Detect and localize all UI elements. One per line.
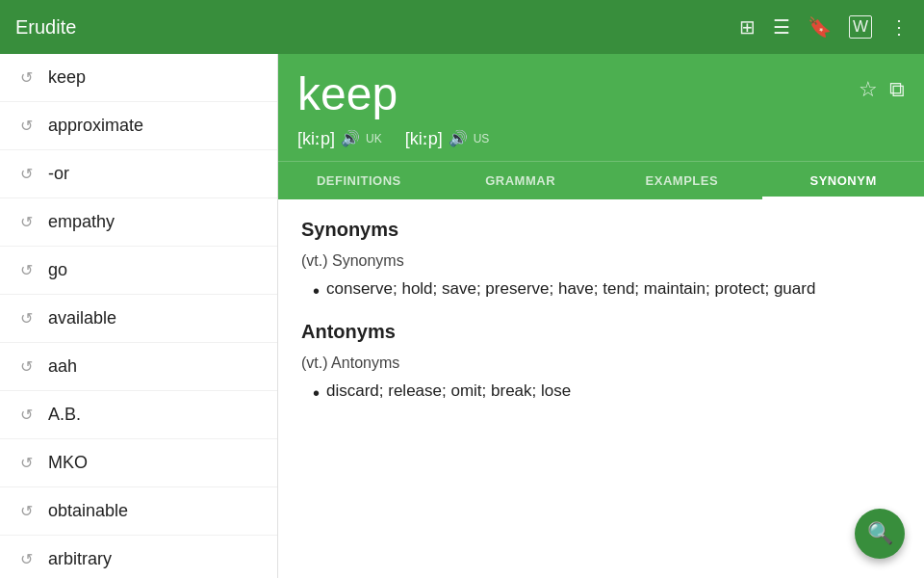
sidebar-item-empathy[interactable]: ↺ empathy — [0, 198, 277, 247]
search-fab[interactable]: 🔍 — [855, 509, 905, 559]
sidebar-label: -or — [48, 164, 69, 184]
phonetic-us: [kiːp] — [405, 128, 443, 149]
more-icon[interactable]: ⋮ — [889, 15, 909, 39]
history-icon: ↺ — [15, 502, 37, 520]
speaker-us-icon[interactable]: 🔊 — [449, 129, 468, 147]
locale-us: US — [474, 132, 490, 145]
book-icon[interactable]: ☰ — [773, 15, 790, 39]
main-layout: ↺ keep ↺ approximate ↺ -or ↺ empathy ↺ g… — [0, 54, 924, 578]
tab-examples[interactable]: EXAMPLES — [602, 162, 763, 199]
history-icon: ↺ — [15, 165, 37, 183]
history-icon: ↺ — [15, 550, 37, 568]
sidebar-item-available[interactable]: ↺ available — [0, 295, 277, 343]
history-icon: ↺ — [15, 357, 37, 376]
history-icon: ↺ — [15, 68, 37, 87]
flashcard-icon[interactable]: ⊞ — [739, 15, 756, 39]
word-title: keep — [297, 69, 398, 120]
sidebar-label: MKO — [48, 453, 88, 473]
sidebar-label: available — [48, 308, 116, 328]
sidebar-label: go — [48, 260, 67, 280]
word-header-actions: ☆ ⧉ — [859, 69, 905, 102]
history-icon: ↺ — [15, 454, 37, 472]
sidebar-label: obtainable — [48, 501, 128, 521]
word-icon[interactable]: W — [849, 15, 872, 39]
sidebar-label: keep — [48, 67, 86, 88]
sidebar-label: empathy — [48, 212, 115, 232]
phonetic-uk: [kiːp] — [297, 128, 335, 149]
sidebar-item-go[interactable]: ↺ go — [0, 247, 277, 295]
topbar: Erudite ⊞ ☰ 🔖 W ⋮ — [0, 0, 924, 54]
content-area: keep ☆ ⧉ [kiːp] 🔊 UK [kiːp] 🔊 US — [278, 54, 924, 578]
sidebar-item-or[interactable]: ↺ -or — [0, 150, 277, 198]
body-content: Synonyms (vt.) Synonyms conserve; hold; … — [278, 199, 924, 578]
synonyms-heading: Synonyms — [301, 219, 901, 241]
sidebar-item-obtainable[interactable]: ↺ obtainable — [0, 487, 277, 536]
sidebar-item-arbitrary[interactable]: ↺ arbitrary — [0, 536, 277, 578]
sidebar-label: A.B. — [48, 405, 81, 425]
copy-icon[interactable]: ⧉ — [889, 77, 905, 102]
pronunciation-uk: [kiːp] 🔊 UK — [297, 128, 382, 149]
history-icon: ↺ — [15, 213, 37, 231]
pronunciation-us: [kiːp] 🔊 US — [405, 128, 490, 149]
word-header: keep ☆ ⧉ [kiːp] 🔊 UK [kiːp] 🔊 US — [278, 54, 924, 161]
tab-grammar[interactable]: GRAMMAR — [440, 162, 602, 199]
sidebar-item-aah[interactable]: ↺ aah — [0, 343, 277, 391]
pronunciations: [kiːp] 🔊 UK [kiːp] 🔊 US — [297, 128, 905, 161]
topbar-actions: ⊞ ☰ 🔖 W ⋮ — [739, 15, 909, 39]
sidebar-item-mko[interactable]: ↺ MKO — [0, 439, 277, 487]
antonyms-heading: Antonyms — [301, 321, 901, 343]
sidebar-label: arbitrary — [48, 549, 112, 569]
history-icon: ↺ — [15, 309, 37, 328]
sidebar-item-keep[interactable]: ↺ keep — [0, 54, 277, 102]
search-icon: 🔍 — [867, 521, 893, 546]
antonyms-section: Antonyms (vt.) Antonyms discard; release… — [301, 321, 901, 404]
bookmark-icon[interactable]: 🔖 — [808, 15, 832, 39]
sidebar-label: approximate — [48, 116, 143, 136]
antonyms-list: discard; release; omit; break; lose — [313, 378, 901, 404]
tab-definitions[interactable]: DEFINITIONS — [278, 162, 440, 199]
history-icon: ↺ — [15, 117, 37, 135]
star-icon[interactable]: ☆ — [859, 77, 878, 102]
sidebar: ↺ keep ↺ approximate ↺ -or ↺ empathy ↺ g… — [0, 54, 278, 578]
sidebar-item-approximate[interactable]: ↺ approximate — [0, 102, 277, 150]
history-icon: ↺ — [15, 406, 37, 424]
app-title: Erudite — [15, 16, 739, 39]
history-icon: ↺ — [15, 261, 37, 279]
speaker-uk-icon[interactable]: 🔊 — [341, 129, 360, 147]
sidebar-label: aah — [48, 356, 77, 377]
tab-synonym[interactable]: SYNONYM — [762, 162, 924, 199]
synonyms-list: conserve; hold; save; preserve; have; te… — [313, 276, 901, 302]
sidebar-item-ab[interactable]: ↺ A.B. — [0, 391, 277, 439]
synonyms-pos: (vt.) Synonyms — [301, 252, 901, 270]
locale-uk: UK — [366, 132, 382, 145]
tabs: DEFINITIONSGRAMMAREXAMPLESSYNONYM — [278, 161, 924, 199]
antonyms-pos: (vt.) Antonyms — [301, 355, 901, 372]
